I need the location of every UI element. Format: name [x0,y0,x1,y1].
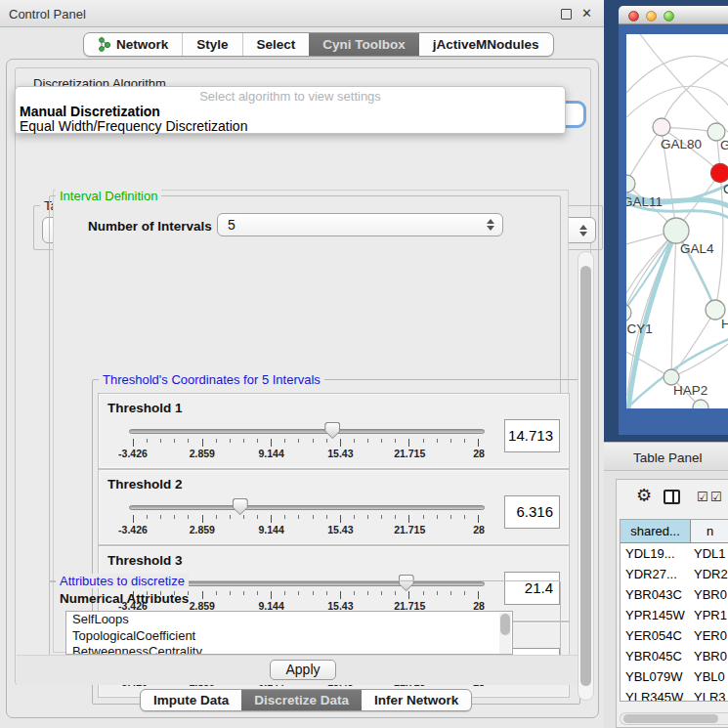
slider-thumb[interactable] [324,422,340,439]
settings-scrollbar[interactable] [578,251,594,701]
node-label: C [723,182,728,196]
algorithm-placeholder: Select algorithm to view settings [16,89,565,104]
tab-discretize-data[interactable]: Discretize Data [241,690,362,710]
thresholds-group-label: Threshold's Coordinates for 5 Intervals [99,372,324,387]
table-panel-window: ⚙ ☑ ☑ shared... n YDL19... YDL1 YDR27...… [616,479,728,728]
right-region: GAL80 GA C GAL11 GAL4 GCY1 H HAP2 Table … [604,0,728,728]
float-window-icon[interactable] [561,9,572,20]
slider-ticks [133,439,480,447]
menu-item-equal-width-frequency[interactable]: Equal Width/Frequency Discretization [20,118,247,134]
apply-strip: Apply [17,655,589,685]
combo-stepper-icon [579,225,587,236]
app: Control Panel ✕ Network Style Sel [0,0,728,728]
list-scrollbar-thumb[interactable] [500,614,510,635]
tab-network-label: Network [116,37,168,52]
table-row[interactable]: YBL079W YBL0 [621,666,728,687]
settings-scrollbar-thumb[interactable] [580,266,591,686]
minimize-traffic-icon[interactable] [646,11,657,21]
table-header-row: shared... n [621,520,728,543]
node-label: GAL11 [626,194,663,209]
network-view-window: GAL80 GA C GAL11 GAL4 GCY1 H HAP2 [619,6,728,435]
node-label: GCY1 [626,321,653,336]
combo-stepper-icon [487,219,494,231]
table-row[interactable]: YDL19... YDL1 [621,543,728,564]
attributes-group: Attributes to discretize Numerical Attri… [49,580,561,663]
cyni-outer-panel: Discretization Algorithm Table Data galF… [6,59,599,718]
number-of-intervals-value: 5 [228,217,236,233]
slider-ticks [133,515,480,523]
slider-track [129,505,485,510]
slider-track [129,429,485,434]
table-horizontal-scrollbar-thumb[interactable] [623,714,718,723]
algorithm-dropdown-popup: Select algorithm to view settings Manual… [15,86,566,134]
tab-style[interactable]: Style [182,33,241,56]
network-icon [98,37,111,52]
threshold-1-box: Threshold 1 -3.426 2.859 9.144 15.43 21.… [98,393,570,469]
interval-definition-label: Interval Definition [56,189,161,203]
node-gal4[interactable] [664,218,689,243]
list-scrollbar[interactable] [499,613,511,655]
interval-definition-group: Interval Definition Number of Intervals … [49,195,561,582]
node-gcy1[interactable] [626,304,631,321]
threshold-1-slider[interactable]: -3.426 2.859 9.144 15.43 21.715 28 [133,394,479,470]
node-gal80[interactable] [653,118,670,136]
tab-jactivemnodules[interactable]: jActiveMNodules [419,33,553,56]
network-window-titlebar [619,6,728,24]
threshold-2-value-field[interactable]: 6.316 [504,495,560,529]
table-row[interactable]: YDR27... YDR2 [621,564,728,584]
close-traffic-icon[interactable] [628,11,639,21]
number-of-intervals-label: Number of Intervals [88,219,212,234]
control-panel-titlebar: Control Panel ✕ [0,0,604,27]
close-icon[interactable]: ✕ [581,7,592,20]
tab-cyni-toolbox[interactable]: Cyni Toolbox [309,33,419,56]
threshold-2-box: Threshold 2 -3.426 2.859 9.144 15.43 21.… [98,469,570,545]
table-row[interactable]: YBR043C YBR0 [621,584,728,605]
node-label: GAL4 [680,241,714,256]
threshold-2-slider[interactable]: -3.426 2.859 9.144 15.43 21.715 28 [133,470,479,546]
number-of-intervals-combobox[interactable]: 5 [217,213,503,236]
gear-icon[interactable]: ⚙ [636,487,652,504]
table-horizontal-scrollbar[interactable] [620,712,728,725]
panel-title: Control Panel [9,7,86,21]
threshold-1-value-field[interactable]: 14.713 [504,419,560,452]
top-tab-bar: Network Style Select Cyni Toolbox jActiv… [83,32,554,57]
tab-network[interactable]: Network [84,33,182,56]
table-panel-header: Table Panel [604,442,728,471]
node-label: GAL80 [661,137,702,151]
list-item[interactable]: BetweennessCentrality [66,644,512,655]
bottom-tab-bar: Impute Data Discretize Data Infer Networ… [140,689,472,711]
apply-button[interactable]: Apply [270,660,336,680]
tab-select[interactable]: Select [242,33,310,56]
checkbox-icon[interactable]: ☑ [710,491,722,503]
attributes-group-label: Attributes to discretize [56,574,189,588]
table-row[interactable]: YBR045C YBR0 [621,646,728,666]
menu-item-manual-discretization[interactable]: Manual Discretization [20,104,160,119]
split-columns-icon[interactable] [664,490,680,504]
network-nodes [626,118,728,408]
table-row[interactable]: YLR345W YLR3 [621,687,728,702]
checkbox-icon[interactable]: ☑ [697,491,708,503]
table-row[interactable]: YER054C YER0 [621,625,728,646]
numerical-attributes-label: Numerical Attributes [60,591,189,606]
column-header-shared[interactable]: shared... [621,520,691,542]
list-item[interactable]: SelfLoops [66,612,512,628]
table-panel-title: Table Panel [633,450,703,465]
numerical-attributes-list[interactable]: SelfLoops TopologicalCoefficient Between… [65,611,513,655]
network-canvas[interactable]: GAL80 GA C GAL11 GAL4 GCY1 H HAP2 [626,34,728,408]
slider-thumb[interactable] [233,498,248,515]
node-red-selected[interactable] [711,164,728,183]
node-partial[interactable] [693,400,708,408]
zoom-traffic-icon[interactable] [664,11,674,21]
table-row[interactable]: YPR145W YPR1 [621,605,728,625]
node-label: HAP2 [673,383,707,398]
list-item[interactable]: TopologicalCoefficient [66,628,512,645]
tab-infer-network[interactable]: Infer Network [362,690,471,710]
discretization-panel: Discretization Algorithm Table Data galF… [15,67,591,685]
node-attribute-table: shared... n YDL19... YDL1 YDR27... YDR2 … [620,519,728,702]
node-label: GA [720,138,728,152]
column-header-name[interactable]: n [691,520,728,542]
tab-impute-data[interactable]: Impute Data [141,690,241,710]
node-label: H [721,317,728,331]
table-toolbar: ⚙ ☑ ☑ [617,480,728,515]
